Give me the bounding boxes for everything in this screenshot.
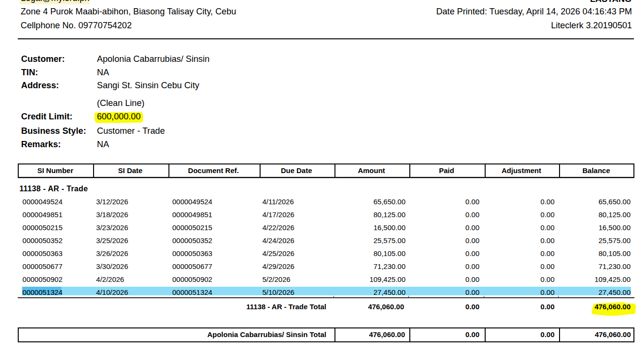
cell-si-number: 0000050363 [23, 247, 62, 260]
cell-document-ref: 0000050363 [172, 247, 212, 260]
table-body: 0000049524 3/12/2026 0000049524 4/11/202… [0, 195, 644, 299]
customer-info-label: Credit Limit: [21, 112, 72, 121]
group-total-adjustment: 0.00 [540, 303, 554, 310]
customer-info-row: Business Style:Customer - Trade [0, 127, 644, 137]
cell-si-number: 0000051324 [23, 286, 62, 299]
cell-paid: 0.00 [465, 221, 479, 234]
cell-paid: 0.00 [465, 247, 479, 260]
table-row[interactable]: 0000050352 3/25/2026 0000050352 4/24/202… [0, 234, 644, 247]
cell-amount: 27,450.00 [373, 286, 405, 299]
customer-info-row: TIN:NA [0, 68, 644, 79]
group-total-balance: 476,060.00 [595, 303, 631, 310]
cell-adjustment: 0.00 [540, 221, 554, 234]
customer-total-balance: 476,060.00 [595, 331, 631, 338]
printed-by: LASTANG [590, 0, 632, 3]
table-row[interactable]: 0000049524 3/12/2026 0000049524 4/11/202… [0, 195, 644, 208]
cell-adjustment: 0.00 [540, 260, 554, 273]
cell-balance: 65,650.00 [598, 195, 631, 208]
customer-info-value: Apolonia Cabarrubias/ Sinsin [97, 55, 210, 63]
software-version: Liteclerk 3.20190501 [551, 21, 632, 30]
customer-total-row: Apolonia Cabarrubias/ Sinsin Total 476,0… [0, 331, 644, 338]
column-header-document-ref: Document Ref. [188, 167, 239, 174]
customer-info-value: 600,000.00 [97, 112, 141, 121]
cell-si-date: 3/30/2026 [96, 260, 128, 273]
group-total-amount: 476,060.00 [368, 303, 404, 310]
group-total-paid: 0.00 [465, 303, 479, 310]
cell-adjustment: 0.00 [540, 247, 554, 260]
cell-si-number: 0000049524 [23, 195, 62, 208]
table-row[interactable]: 0000050902 4/2/2026 0000050902 5/2/2026 … [0, 273, 644, 286]
cell-paid: 0.00 [465, 195, 479, 208]
cell-amount: 25,575.00 [373, 234, 405, 247]
cell-si-number: 0000050902 [23, 273, 62, 286]
column-tick [334, 296, 334, 297]
column-header-due-date: Due Date [281, 167, 312, 174]
cell-due-date: 4/25/2026 [262, 247, 295, 260]
customer-info-value: NA [97, 68, 109, 77]
cell-si-date: 3/26/2026 [96, 247, 128, 260]
customer-info-label: Address: [21, 81, 59, 90]
report-page: Legal@mylord.ph LASTANG Zone 4 Purok Maa… [0, 0, 644, 350]
customer-info-row: Remarks:NA [0, 140, 644, 151]
customer-total-adjustment: 0.00 [540, 331, 554, 338]
cell-paid: 0.00 [465, 234, 479, 247]
column-header-si-date: SI Date [118, 167, 143, 174]
column-header-paid: Paid [439, 167, 454, 174]
cell-si-date: 4/10/2026 [96, 286, 128, 299]
cell-due-date: 4/11/2026 [262, 195, 294, 208]
cell-amount: 16,500.00 [373, 221, 405, 234]
cell-balance: 109,425.00 [595, 273, 631, 286]
cell-amount: 109,425.00 [370, 273, 405, 286]
customer-total-paid: 0.00 [465, 331, 479, 338]
cell-document-ref: 0000050677 [172, 260, 212, 273]
customer-info-value: (Clean Line) [97, 99, 144, 107]
table-row[interactable]: 0000050677 3/30/2026 0000050677 4/29/202… [0, 260, 644, 273]
cell-document-ref: 0000049524 [172, 195, 212, 208]
cell-si-date: 3/23/2026 [96, 221, 128, 234]
cell-paid: 0.00 [465, 208, 479, 221]
cell-si-number: 0000050352 [23, 234, 62, 247]
table-header-row: SI Number SI Date Document Ref. Due Date… [0, 167, 644, 174]
column-tick [558, 296, 559, 297]
customer-info-row: Credit Limit:600,000.00 [0, 112, 644, 123]
customer-info-row: Address:Sangi St. Sinsin Cebu City [0, 81, 644, 92]
column-tick [484, 296, 484, 297]
cell-balance: 27,450.00 [598, 286, 631, 299]
table-row[interactable]: 0000049851 3/18/2026 0000049851 4/17/202… [0, 208, 644, 221]
customer-info-value: Sangi St. Sinsin Cebu City [97, 81, 199, 90]
group-total-label: 11138 - AR - Trade Total [246, 303, 326, 310]
column-header-balance: Balance [583, 167, 610, 174]
group-label: 11138 - AR - Trade [20, 185, 88, 193]
date-printed: Date Printed: Tuesday, April 14, 2026 04… [436, 7, 632, 16]
cell-amount: 80,105.00 [373, 247, 405, 260]
cell-balance: 71,230.00 [598, 260, 631, 273]
cell-adjustment: 0.00 [540, 195, 554, 208]
column-header-adjustment: Adjustment [501, 167, 541, 174]
customer-info-label: Customer: [21, 55, 65, 63]
group-total-row: 11138 - AR - Trade Total 476,060.00 0.00… [0, 303, 644, 310]
customer-info-label: Business Style: [21, 127, 86, 135]
cell-document-ref: 0000051324 [172, 286, 212, 299]
table-row[interactable]: 0000050363 3/26/2026 0000050363 4/25/202… [0, 247, 644, 260]
customer-info-label: Remarks: [21, 140, 61, 149]
customer-info-value: NA [97, 140, 109, 149]
customer-info-value: Customer - Trade [97, 127, 165, 135]
cell-balance: 16,500.00 [598, 221, 631, 234]
company-phone: Cellphone No. 09770754202 [21, 21, 132, 30]
customer-total-amount: 476,060.00 [369, 331, 405, 338]
cell-balance: 80,105.00 [598, 247, 631, 260]
table-row[interactable]: 0000051324 4/10/2026 0000051324 5/10/202… [0, 286, 644, 299]
cell-due-date: 4/29/2026 [262, 260, 295, 273]
cell-due-date: 5/10/2026 [262, 286, 295, 299]
table-row[interactable]: 0000050215 3/23/2026 0000050215 4/22/202… [0, 221, 644, 234]
header-divider [18, 38, 634, 39]
cell-si-number: 0000050677 [23, 260, 62, 273]
customer-info-row: (Clean Line) [0, 99, 644, 109]
cell-due-date: 4/22/2026 [262, 221, 295, 234]
cell-si-date: 3/18/2026 [96, 208, 128, 221]
group-total-divider [18, 297, 635, 298]
cell-si-number: 0000050215 [23, 221, 62, 234]
cell-paid: 0.00 [465, 286, 479, 299]
cell-si-number: 0000049851 [23, 208, 62, 221]
cell-amount: 80,125.00 [373, 208, 405, 221]
